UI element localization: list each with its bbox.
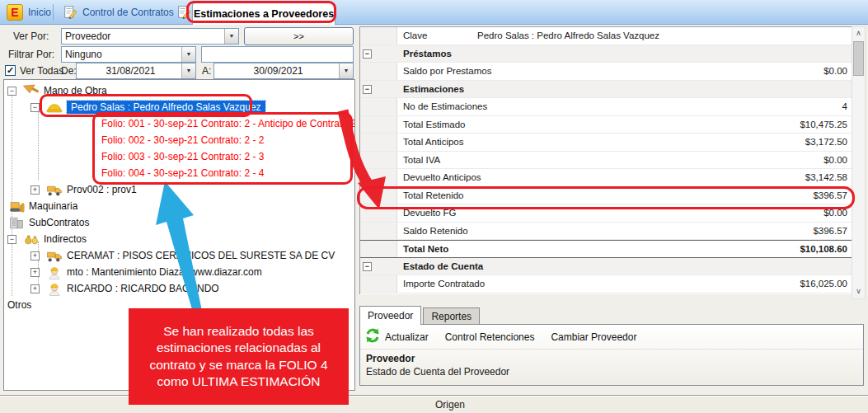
tree-item-label[interactable]: Pedro Salas : Pedro Alfredo Salas Vazque… — [67, 101, 265, 114]
grid-row[interactable]: ClavePedro Salas : Pedro Alfredo Salas V… — [360, 27, 852, 45]
tree-item[interactable]: +RICARDO : RICARDO BAGUNDO — [4, 280, 354, 297]
tab-control-de-contratos[interactable]: Control de Contratos — [82, 0, 174, 25]
scrollbar-thumb[interactable] — [853, 41, 864, 76]
tree-item[interactable]: SubContratos — [4, 214, 354, 231]
tree-item[interactable]: Maquinaria — [4, 198, 354, 214]
grid-row-gutter — [360, 275, 397, 293]
cambiar-proveedor-button[interactable]: Cambiar Proveedor — [551, 331, 636, 343]
grid-row-label: Total Anticipos — [397, 134, 475, 151]
worker-icon — [45, 282, 63, 296]
grid-row-value: $10,475.25 — [475, 116, 852, 134]
grid-row[interactable]: Total Neto$10,108.60 — [360, 240, 852, 258]
app-window: E Inicio Control de Contratos Estimacion… — [0, 0, 868, 413]
tab-estimaciones-a-proveedores[interactable]: Estimaciones a Proveedores — [192, 2, 335, 25]
tree-item[interactable]: Folio: 003 - 30-sep-21 Contrato: 2 - 3 — [4, 148, 354, 165]
grid-group-row[interactable]: −Préstamos — [360, 45, 852, 63]
grid-row[interactable]: Total Retenido$396.57 — [360, 187, 852, 205]
hardhat-icon — [45, 101, 63, 115]
grid-row[interactable]: Devuelto Anticipos$3,142.58 — [360, 169, 852, 187]
grid-row[interactable]: Importe Contratado$16,025.00 — [360, 275, 852, 293]
tree-item[interactable]: Folio: 001 - 30-sep-21 Contrato: 2 - Ant… — [4, 115, 354, 132]
top-tab-bar: E Inicio Control de Contratos Estimacion… — [0, 0, 868, 25]
de-date-select[interactable]: 31/08/2021 ▼ — [76, 63, 196, 79]
tree-item-label[interactable]: mto : Mantenimiento Diazar www.diazar.co… — [67, 266, 262, 278]
filtrar-por-label: Filtrar Por: — [8, 49, 54, 60]
tree-item-label[interactable]: Folio: 002 - 30-sep-21 Contrato: 2 - 2 — [101, 134, 264, 146]
collapse-toggle-icon[interactable]: − — [7, 87, 16, 96]
collapse-toggle-icon[interactable]: − — [7, 235, 16, 244]
grid-row-value — [475, 258, 852, 275]
expand-toggle-icon[interactable]: + — [30, 284, 40, 293]
grid-row[interactable]: Total IVA$0.00 — [360, 152, 852, 170]
grid-row-value: $3,142.58 — [475, 169, 852, 186]
tree-item-label[interactable]: Mano de Obra — [44, 85, 107, 96]
tree-item-label[interactable]: RICARDO : RICARDO BAGUNDO — [67, 283, 219, 294]
tree-item-label[interactable]: Folio: 004 - 30-sep-21 Contrato: 2 - 4 — [101, 167, 264, 179]
expand-panel-button[interactable]: >> — [244, 27, 354, 45]
tab-reportes[interactable]: Reportes — [423, 307, 480, 325]
chevron-down-icon[interactable]: ▼ — [181, 47, 195, 62]
group-collapse-icon[interactable]: − — [363, 262, 372, 271]
tree-item[interactable]: −Mano de Obra — [4, 82, 354, 99]
tree-item[interactable]: −Indirectos — [4, 231, 354, 247]
tree-item[interactable]: Folio: 002 - 30-sep-21 Contrato: 2 - 2 — [4, 132, 354, 148]
dumptruck-icon — [45, 183, 63, 197]
grid-row-value: $396.57 — [475, 223, 852, 240]
tree-item-label[interactable]: Folio: 003 - 30-sep-21 Contrato: 2 - 3 — [101, 151, 264, 162]
expand-toggle-icon[interactable]: + — [30, 268, 40, 277]
a-date-select[interactable]: 30/09/2021 ▼ — [213, 63, 354, 79]
expand-toggle-icon[interactable]: + — [30, 185, 40, 195]
filter-text-input[interactable] — [201, 46, 354, 63]
grid-row[interactable]: Saldo por Prestamos$0.00 — [360, 63, 852, 81]
chevron-down-icon[interactable]: ▼ — [181, 63, 195, 78]
grid-row[interactable]: Saldo Retenido$396.57 — [360, 223, 852, 241]
grid-row-gutter — [360, 169, 397, 186]
expand-toggle-icon[interactable]: + — [30, 251, 40, 260]
tree-item[interactable]: Folio: 004 - 30-sep-21 Contrato: 2 - 4 — [4, 165, 354, 181]
filtrar-por-select[interactable]: Ninguno ▼ — [61, 46, 196, 63]
grid-row-gutter — [360, 116, 397, 134]
annotation-note-text: Se han realizado todas las estimaciones … — [137, 323, 340, 391]
ver-todas-checkbox[interactable]: ✓ — [5, 65, 16, 76]
control-retenciones-button[interactable]: Control Retenciones — [445, 331, 535, 343]
tree-item-label[interactable]: Prov002 : prov1 — [67, 184, 137, 195]
tree-item-label[interactable]: Indirectos — [44, 233, 87, 245]
chevron-down-icon[interactable]: ▼ — [224, 29, 238, 44]
grid-group-row[interactable]: −Estimaciones — [360, 81, 852, 99]
actualizar-button[interactable]: Actualizar — [364, 327, 429, 346]
grid-row-value: Pedro Salas : Pedro Alfredo Salas Vazque… — [475, 27, 852, 45]
grid-row-value: $0.00 — [475, 152, 852, 169]
grid-group-row[interactable]: −Estado de Cuenta — [360, 258, 852, 276]
grid-row[interactable]: No de Estimaciones4 — [360, 98, 852, 116]
tree-item-label[interactable]: Folio: 001 - 30-sep-21 Contrato: 2 - Ant… — [101, 118, 355, 129]
grid-row[interactable]: Total Anticipos$3,172.50 — [360, 134, 852, 152]
grid-row-label: Total IVA — [397, 152, 475, 169]
chevron-down-icon[interactable]: ▼ — [339, 63, 353, 78]
ver-por-select[interactable]: Proveedor ▼ — [61, 28, 239, 45]
grid-row-gutter — [360, 241, 397, 257]
scroll-up-icon[interactable]: ∧ — [852, 27, 865, 40]
group-collapse-icon[interactable]: − — [363, 49, 372, 59]
de-date-value: 31/08/2021 — [106, 65, 155, 77]
tree-item-label[interactable]: Maquinaria — [29, 200, 77, 212]
bottom-tab-bar: Proveedor Reportes — [359, 306, 480, 325]
grid-row-gutter — [360, 204, 397, 222]
tree: −Mano de Obra−Pedro Salas : Pedro Alfred… — [4, 82, 354, 313]
annotation-note-box: Se han realizado todas las estimaciones … — [129, 308, 349, 405]
tab-proveedor[interactable]: Proveedor — [359, 306, 421, 325]
group-collapse-icon[interactable]: − — [363, 85, 372, 94]
tree-item[interactable]: +mto : Mantenimiento Diazar www.diazar.c… — [4, 264, 354, 280]
scroll-down-icon[interactable]: ∨ — [852, 285, 865, 298]
tree-item[interactable]: +Prov002 : prov1 — [4, 181, 354, 198]
tree-item-label[interactable]: SubContratos — [29, 217, 89, 228]
grid-scrollbar[interactable]: ∧ ∨ — [852, 26, 866, 299]
grid-row-label: Préstamos — [397, 45, 475, 63]
tab-inicio[interactable]: Inicio — [28, 0, 51, 25]
tree-item[interactable]: +CERAMAT : PISOS CERAMICOS DEL SURESTE S… — [4, 247, 354, 264]
grid-row[interactable]: Devuelto FG$0.00 — [360, 204, 852, 223]
tree-item-label[interactable]: CERAMAT : PISOS CERAMICOS DEL SURESTE SA… — [67, 250, 335, 261]
collapse-toggle-icon[interactable]: − — [30, 103, 40, 112]
grid-row[interactable]: Total Estimado$10,475.25 — [360, 116, 852, 134]
tree-item[interactable]: −Pedro Salas : Pedro Alfredo Salas Vazqu… — [4, 99, 354, 115]
tree-item-label[interactable]: Otros — [7, 299, 31, 311]
